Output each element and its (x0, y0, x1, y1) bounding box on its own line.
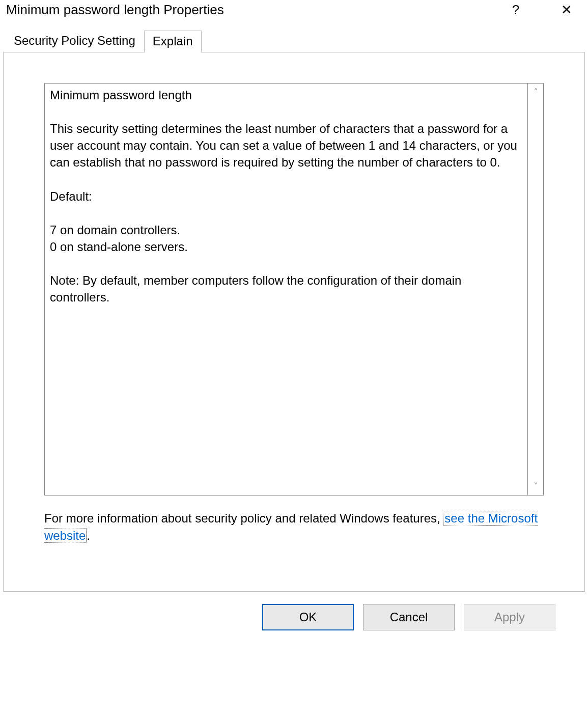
ok-button[interactable]: OK (262, 604, 354, 630)
tab-panel-explain: Minimum password length This security se… (3, 52, 585, 592)
explain-text-area: Minimum password length This security se… (44, 83, 544, 495)
help-icon[interactable]: ? (500, 2, 531, 18)
scroll-down-icon[interactable]: ˅ (534, 478, 538, 495)
more-info-prefix: For more information about security poli… (44, 511, 443, 525)
more-info-suffix: . (87, 529, 90, 542)
tab-security-policy-setting[interactable]: Security Policy Setting (5, 30, 144, 52)
more-info-text: For more information about security poli… (44, 510, 544, 544)
window-title: Minimum password length Properties (6, 2, 480, 18)
scroll-up-icon[interactable]: ˄ (534, 84, 538, 101)
cancel-button[interactable]: Cancel (363, 604, 455, 630)
tab-explain[interactable]: Explain (144, 31, 202, 52)
dialog-button-row: OK Cancel Apply (0, 592, 588, 643)
close-icon[interactable]: ✕ (551, 6, 582, 14)
titlebar: Minimum password length Properties ? ✕ (0, 0, 588, 30)
apply-button[interactable]: Apply (464, 604, 555, 630)
explain-text: Minimum password length This security se… (44, 83, 528, 495)
scrollbar[interactable]: ˄ ˅ (528, 83, 544, 495)
tabstrip: Security Policy Setting Explain (0, 30, 588, 52)
